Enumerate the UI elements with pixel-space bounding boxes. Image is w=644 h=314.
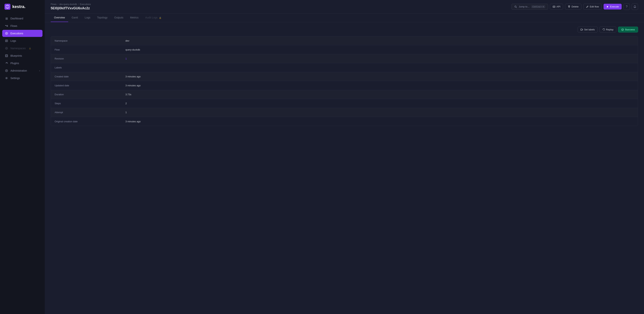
row-label-labels: Labels — [51, 64, 122, 71]
header: Flows / dev.query-duckdb / Executions 5E… — [45, 0, 644, 14]
row-value-original-creation: 3 minutes ago — [122, 118, 638, 125]
sidebar-nav: ⊞ Dashboard Flows — [0, 15, 45, 314]
sidebar-item-label: Plugins — [10, 62, 19, 65]
header-left: Flows / dev.query-duckdb / Executions 5E… — [51, 3, 91, 10]
api-label: API — [556, 5, 560, 8]
sidebar-item-logs[interactable]: Logs — [2, 37, 42, 44]
delete-button[interactable]: Delete — [565, 4, 582, 10]
row-value-created: 3 minutes ago — [122, 73, 638, 80]
edit-flow-label: Edit flow — [590, 5, 599, 8]
breadcrumb-sep-2: / — [78, 3, 79, 6]
svg-point-26 — [515, 6, 516, 7]
sidebar-item-label: Namespaces — [10, 47, 26, 50]
tabs-bar: Overview Gantt Logs Topology Outputs Met… — [45, 14, 644, 22]
row-value-attempt: 1 — [122, 109, 638, 116]
table-row: Attempt 1 — [51, 108, 638, 117]
sidebar-item-label: Administration — [10, 69, 27, 72]
sidebar-item-plugins[interactable]: Plugins — [2, 60, 42, 67]
blueprints-icon — [5, 54, 8, 58]
main-content: Flows / dev.query-duckdb / Executions 5E… — [45, 0, 644, 314]
set-labels-label: Set labels — [584, 28, 595, 31]
row-label-revision: Revision — [51, 55, 122, 62]
status-button[interactable]: Success — [618, 27, 638, 33]
help-button[interactable]: ? — [624, 4, 630, 10]
row-value-duration: 3.73s — [122, 91, 638, 98]
success-icon — [621, 28, 624, 31]
logo-text: kestra. — [12, 4, 26, 9]
table-row: Revision 1 — [51, 54, 638, 63]
settings-icon — [5, 77, 8, 80]
tab-topology[interactable]: Topology — [94, 14, 111, 22]
sidebar-item-administration[interactable]: Administration › — [2, 67, 42, 74]
sidebar-item-dashboard[interactable]: ⊞ Dashboard — [2, 15, 42, 22]
row-value-steps: 2 — [122, 100, 638, 107]
api-button[interactable]: API — [550, 4, 563, 10]
status-label: Success — [625, 28, 635, 31]
set-labels-button[interactable]: Set labels — [578, 27, 598, 33]
namespaces-icon — [5, 47, 8, 50]
breadcrumb-flow[interactable]: dev.query-duckdb — [60, 3, 77, 6]
table-row: Original creation date 3 minutes ago — [51, 117, 638, 126]
svg-line-27 — [516, 7, 517, 8]
jump-label: Jump to... — [519, 5, 530, 8]
sidebar-item-blueprints[interactable]: Blueprints — [2, 52, 42, 59]
table-row: Labels — [51, 63, 638, 72]
table-row: Updated date 3 minutes ago — [51, 81, 638, 90]
svg-rect-7 — [7, 26, 8, 27]
svg-point-12 — [6, 33, 7, 34]
overview-table: Namespace dev Flow query-duckdb Revision… — [51, 36, 638, 126]
sidebar-item-label: Settings — [10, 77, 20, 80]
plugins-icon — [5, 62, 8, 65]
replay-label: Replay — [606, 28, 614, 31]
overview-content: Set labels Replay Success N — [45, 22, 644, 314]
row-value-revision[interactable]: 1 — [122, 55, 638, 62]
tab-outputs[interactable]: Outputs — [111, 14, 127, 22]
sidebar-item-label: Blueprints — [10, 54, 22, 57]
header-actions: Jump to... Ctrl/Cmd + K API Delete — [512, 4, 638, 10]
svg-point-22 — [7, 63, 8, 64]
label-icon — [580, 28, 583, 31]
tab-overview[interactable]: Overview — [51, 14, 68, 22]
page-title: 5El0jl0kifTVxvGU6xAc2z — [51, 6, 91, 10]
svg-point-19 — [6, 48, 7, 49]
sidebar-item-label: Dashboard — [10, 17, 23, 20]
table-row: Duration 3.73s — [51, 90, 638, 99]
replay-button[interactable]: Replay — [600, 27, 616, 33]
execute-label: Execute — [610, 5, 619, 8]
svg-marker-32 — [607, 6, 608, 8]
sidebar-item-flows[interactable]: Flows — [2, 22, 42, 30]
sidebar-item-namespaces: Namespaces 🔒 — [2, 45, 42, 52]
row-label-duration: Duration — [51, 91, 122, 98]
svg-rect-20 — [6, 55, 8, 57]
svg-rect-5 — [5, 25, 6, 26]
sidebar-item-label: Logs — [10, 39, 16, 42]
dashboard-icon: ⊞ — [5, 17, 8, 20]
sidebar: kestra. ⊞ Dashboard Flows — [0, 0, 45, 314]
sidebar-item-executions[interactable]: Executions — [2, 30, 42, 37]
delete-label: Delete — [572, 5, 578, 8]
tab-logs[interactable]: Logs — [82, 14, 94, 22]
row-label-flow: Flow — [51, 46, 122, 53]
execute-button[interactable]: Execute — [604, 4, 622, 10]
kestra-logo-icon — [4, 4, 10, 10]
jump-to-button[interactable]: Jump to... Ctrl/Cmd + K — [512, 4, 548, 10]
logo[interactable]: kestra. — [0, 0, 45, 14]
svg-rect-6 — [7, 25, 8, 26]
tab-metrics[interactable]: Metrics — [127, 14, 142, 22]
flows-icon — [5, 24, 8, 28]
jump-shortcut: Ctrl/Cmd + K — [531, 5, 545, 8]
executions-icon — [5, 32, 8, 35]
logs-icon — [5, 39, 8, 43]
lock-icon: 🔒 — [29, 47, 31, 50]
sidebar-item-settings[interactable]: Settings — [2, 75, 42, 82]
breadcrumb-flows[interactable]: Flows — [51, 3, 56, 6]
table-row: Created date 3 minutes ago — [51, 72, 638, 81]
edit-flow-button[interactable]: Edit flow — [583, 4, 602, 10]
notifications-button[interactable] — [632, 4, 638, 10]
svg-rect-33 — [581, 29, 582, 30]
svg-point-25 — [6, 78, 7, 79]
tab-gantt[interactable]: Gantt — [68, 14, 81, 22]
execute-icon — [606, 6, 609, 8]
svg-rect-21 — [6, 55, 7, 56]
audit-lock-icon: 🔒 — [159, 17, 162, 19]
